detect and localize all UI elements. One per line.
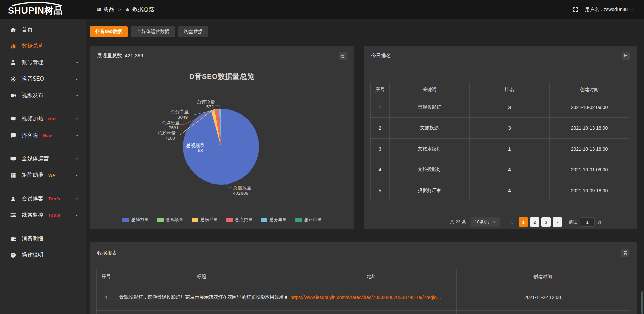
- cell-创建时间: 2021-10-02 09:00: [550, 97, 629, 118]
- legend-label: 总播放量: [131, 217, 149, 223]
- sidebar-item-视频发布[interactable]: 视频发布: [0, 87, 86, 104]
- pie-label-value-总点赞量: 7681: [169, 125, 179, 130]
- user-icon: [10, 196, 17, 202]
- table-row: 4文旅投影灯42021-10-01 09:00: [371, 159, 629, 180]
- sidebar-item-全媒体运营[interactable]: 全媒体运营: [0, 151, 86, 167]
- sidebar-item-抖音SEO[interactable]: 抖音SEO: [0, 71, 86, 87]
- sidebar-item-label: 数据总览: [22, 43, 43, 50]
- chevron-down-icon: [75, 77, 79, 81]
- pie-svg: 总播放量402909总视频量58总粉丝量7100总点赞量7681总分享量3049…: [90, 66, 354, 229]
- cell-排名: 1: [470, 139, 550, 159]
- logo[interactable]: SHUPIN树品: [0, 0, 86, 19]
- pie-label-name-总评论量: 总评论量: [197, 100, 215, 105]
- next-page-button[interactable]: ›: [553, 217, 562, 227]
- goto-page-input[interactable]: [580, 217, 595, 227]
- tab-询盘数据[interactable]: 询盘数据: [178, 26, 208, 37]
- sidebar-item-抖客通[interactable]: 抖客通New: [0, 127, 86, 144]
- chevron-down-icon: [75, 157, 79, 161]
- screen-play-icon: [10, 116, 17, 122]
- screen: SHUPIN树品 树品 > 数据总览 用户名：zswodun88: [0, 0, 644, 314]
- chevron-down-icon: [75, 94, 79, 97]
- user-menu[interactable]: 用户名：zswodun88: [585, 7, 633, 13]
- pie-chart: D音SEO数据量总览 总播放量402909总视频量58总粉丝量7100总点赞量7…: [90, 66, 354, 229]
- sliders-icon: [10, 212, 17, 219]
- sidebar-item-label: 抖音SEO: [22, 75, 44, 83]
- legend-item-总播放量[interactable]: 总播放量: [122, 217, 149, 223]
- legend-item-总分享量[interactable]: 总分享量: [261, 217, 287, 223]
- sidebar-item-label: 消费明细: [22, 235, 43, 242]
- report-table: 序号标题地址创建时间1景观投影灯，夜游景观投影灯厂家展示展示落花灯在花园里的灯光…: [96, 269, 629, 314]
- cell-序号: 1: [371, 97, 390, 118]
- sidebar-item-首页[interactable]: 首页: [0, 21, 86, 38]
- sidebar-item-线索监控[interactable]: 线索监控Tools: [0, 207, 86, 223]
- sidebar-item-视频加热[interactable]: 视频加热Hot: [0, 111, 86, 127]
- prev-page-button[interactable]: ‹: [507, 217, 517, 227]
- sidebar-item-label: 全媒体运营: [22, 155, 49, 162]
- sidebar-item-label: 会员爆客: [22, 195, 43, 202]
- legend-chip: [295, 218, 302, 222]
- legend-item-总视频量[interactable]: 总视频量: [157, 217, 183, 223]
- chart-legend: 总播放量总视频量总粉丝量总点赞量总分享量总评论量: [90, 217, 354, 223]
- table-row: 5投影灯厂家42021-10-09 18:00: [371, 180, 629, 201]
- column-header-排名: 排名: [470, 82, 550, 97]
- ranking-panel: 今日排名 日 序号关键词排名创建时间1景观投影灯32021-10-02 09:0…: [364, 46, 637, 229]
- fullscreen-icon[interactable]: [573, 7, 578, 12]
- pie-label-value-总播放量: 402909: [233, 191, 248, 196]
- sidebar-item-账号管理[interactable]: 账号管理: [0, 54, 86, 71]
- tab-全媒体运营数据[interactable]: 全媒体运营数据: [131, 26, 175, 37]
- report-table-wrap: 序号标题地址创建时间1景观投影灯，夜游景观投影灯厂家展示展示落花灯在花园里的灯光…: [90, 264, 637, 314]
- sidebar-item-操作说明[interactable]: ?操作说明: [0, 247, 86, 263]
- chat-icon: [10, 132, 17, 139]
- scrollbar[interactable]: [641, 291, 643, 314]
- chart-panel-header: 展现量总数: 421,369 总: [90, 46, 354, 66]
- breadcrumb-item-home[interactable]: 树品: [96, 6, 114, 13]
- sidebar-item-矩阵助推[interactable]: 矩阵助推VIP: [0, 167, 86, 184]
- legend-chip: [261, 218, 267, 222]
- legend-chip: [226, 218, 233, 222]
- table-badge[interactable]: 表: [621, 249, 629, 257]
- sidebar-divider: [6, 187, 73, 187]
- ranking-panel-header: 今日排名 日: [364, 46, 637, 66]
- page-button-2[interactable]: 2: [530, 217, 539, 227]
- page-size-select[interactable]: 10条/页: [471, 217, 500, 227]
- sidebar-divider: [6, 147, 73, 147]
- sidebar-item-tag: New: [43, 133, 52, 138]
- home-icon: [10, 27, 17, 33]
- legend-item-总粉丝量[interactable]: 总粉丝量: [192, 217, 218, 223]
- cell-创建时间: 2021-10-13 18:00: [550, 118, 629, 139]
- page-size-label: 10条/页: [475, 219, 489, 225]
- table-row: 1景观投影灯32021-10-02 09:00: [371, 97, 629, 118]
- cell-empty: [116, 311, 287, 314]
- cell-创建时间: 2021-10-09 18:00: [550, 180, 629, 201]
- page-button-3[interactable]: 3: [541, 217, 551, 227]
- cell-排名: 3: [470, 118, 550, 139]
- sidebar-item-label: 账号管理: [22, 59, 43, 66]
- app-window-icon: [96, 7, 101, 12]
- sidebar-item-label: 矩阵助推: [22, 172, 43, 179]
- legend-item-总评论量[interactable]: 总评论量: [295, 217, 322, 223]
- day-badge[interactable]: 日: [622, 52, 630, 60]
- topbar: SHUPIN树品 树品 > 数据总览 用户名：zswodun88: [0, 0, 644, 19]
- cell-排名: 3: [470, 97, 550, 118]
- legend-label: 总评论量: [304, 217, 322, 223]
- chevron-down-icon: [75, 117, 79, 121]
- sidebar-item-label: 线索监控: [22, 212, 43, 219]
- grid-icon: [10, 172, 17, 179]
- sidebar: 首页数据总览账号管理抖音SEO视频发布视频加热Hot抖客通New全媒体运营矩阵助…: [0, 19, 86, 314]
- breadcrumb-separator: >: [118, 7, 121, 12]
- report-link[interactable]: https://www.iesdouyin.com/share/video/70…: [290, 295, 441, 300]
- breadcrumb-item-current[interactable]: 数据总览: [125, 6, 154, 13]
- sidebar-item-label: 视频发布: [22, 92, 43, 99]
- pie-label-name-总粉丝量: 总粉丝量: [157, 130, 176, 136]
- breadcrumb-label: 树品: [104, 6, 114, 13]
- total-badge[interactable]: 总: [339, 52, 347, 60]
- legend-item-总点赞量[interactable]: 总点赞量: [226, 217, 253, 223]
- sidebar-item-会员爆客[interactable]: 会员爆客Tools: [0, 191, 86, 207]
- pie-label-value-总粉丝量: 7100: [165, 136, 175, 141]
- sidebar-divider: [6, 107, 73, 107]
- sidebar-item-数据总览[interactable]: 数据总览: [0, 38, 86, 54]
- tab-抖音seo数据[interactable]: 抖音seo数据: [90, 26, 128, 37]
- page-button-1[interactable]: 1: [519, 217, 528, 227]
- panels-row: 展现量总数: 421,369 总 D音SEO数据量总览 总播放量402909总视…: [90, 46, 637, 229]
- sidebar-item-消费明细[interactable]: 消费明细: [0, 230, 86, 247]
